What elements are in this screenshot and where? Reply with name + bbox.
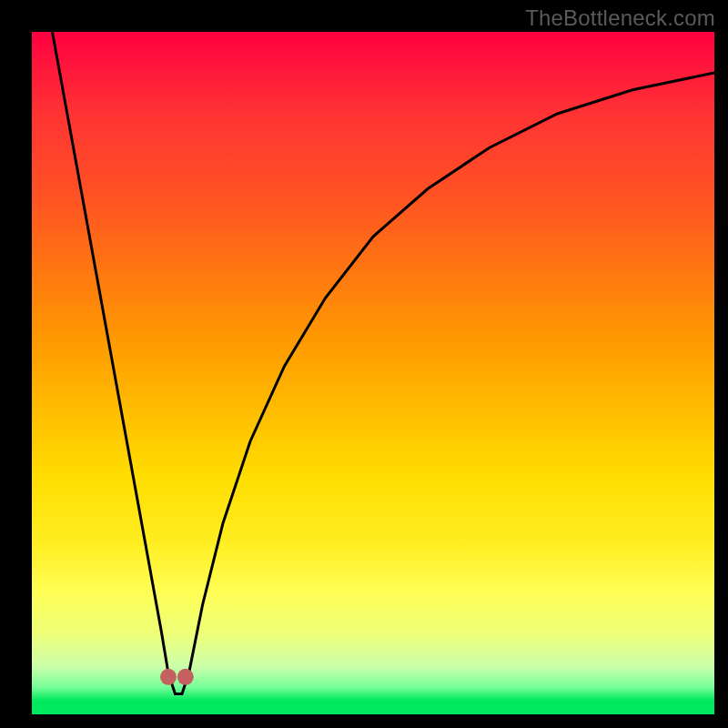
plot-area [32, 32, 714, 714]
curve-svg [32, 32, 714, 714]
curve-markers [160, 669, 194, 685]
watermark-text: TheBottleneck.com [525, 5, 715, 31]
curve-marker [177, 669, 194, 685]
outer-black-frame: TheBottleneck.com [0, 0, 728, 728]
curve-marker [160, 669, 177, 685]
bottleneck-curve [53, 32, 715, 694]
